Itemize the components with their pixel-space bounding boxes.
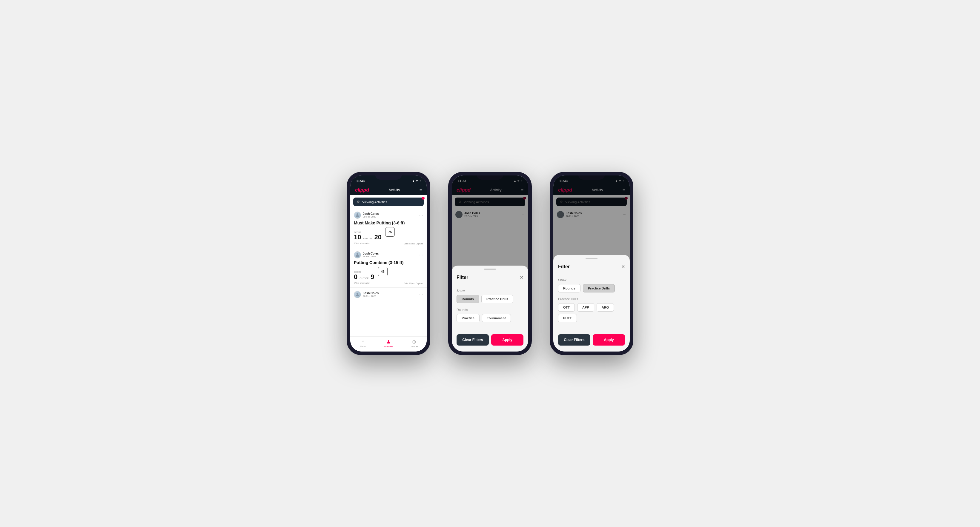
bottom-nav: ⌂ Home ♟ Activities ⊕ Capture: [350, 336, 427, 352]
practice-btn-ott[interactable]: OTT: [558, 303, 575, 311]
user-name: Josh Coles: [363, 292, 379, 295]
status-icons: ▲ ᯤ ▪️: [412, 179, 421, 183]
menu-icon[interactable]: ≡: [420, 188, 422, 192]
svg-point-0: [356, 213, 358, 215]
show-section-label: Show: [457, 289, 523, 292]
sheet-handle: [484, 268, 496, 270]
data-source: Data: Clippd Capture: [404, 243, 423, 245]
nav-icon-home: ⌂: [361, 339, 364, 344]
practice-btn-putt[interactable]: PUTT: [558, 314, 577, 322]
nav-item-home[interactable]: ⌂ Home: [350, 339, 375, 348]
phone-1: 11:33 ▲ ᯤ ▪️ clippd Activity ≡ ⚙ Viewing…: [347, 172, 430, 355]
header-title: Activity: [388, 188, 400, 192]
data-source: Data: Clippd Capture: [404, 282, 423, 284]
show-filter-buttons: RoundsPractice Drills: [457, 295, 523, 303]
phone-screen: 11:33 ▲ ᯤ ▪️ clippd Activity ≡ ⚙ Viewing…: [553, 175, 630, 352]
avatar: [354, 291, 361, 298]
sheet-header: Filter ✕: [553, 262, 630, 273]
phone-2: 11:33 ▲ ᯤ ▪️ clippd Activity ≡ ⚙ Viewing…: [448, 172, 532, 355]
score-label: Score: [354, 271, 374, 273]
sheet-header: Filter ✕: [452, 272, 528, 284]
filter-title: Filter: [457, 275, 468, 280]
activity-card: Josh Coles 28 Feb 2023 ··· Putting Combi…: [350, 248, 427, 288]
svg-point-2: [356, 293, 358, 295]
rounds-btn-practice[interactable]: Practice: [457, 314, 480, 322]
user-info: Josh Coles 28 Feb 2023: [354, 291, 379, 298]
rounds-filter-buttons: PracticeTournament: [457, 314, 523, 322]
nav-label-capture: Capture: [410, 345, 418, 348]
sheet-body: ShowRoundsPractice DrillsPractice Drills…: [553, 273, 630, 332]
nav-icon-capture: ⊕: [412, 339, 416, 344]
sheet-actions: Clear Filters Apply: [452, 334, 528, 346]
apply-button[interactable]: Apply: [593, 334, 625, 346]
clear-filters-button[interactable]: Clear Filters: [558, 334, 590, 346]
apply-button[interactable]: Apply: [491, 334, 523, 346]
user-date: 28 Feb 2023: [363, 295, 379, 297]
svg-point-1: [356, 253, 358, 255]
nav-item-activities[interactable]: ♟ Activities: [375, 339, 401, 348]
close-button[interactable]: ✕: [621, 264, 625, 270]
app-header: clippd Activity ≡: [350, 185, 427, 195]
show-btn-rounds[interactable]: Rounds: [558, 284, 581, 292]
activity-card: Josh Coles 28 Feb 2023 ··· Must Make Put…: [350, 209, 427, 248]
filter-sheet: Filter ✕ ShowRoundsPractice DrillsPracti…: [553, 255, 630, 352]
rounds-btn-tournament[interactable]: Tournament: [482, 314, 511, 322]
phone-screen: 11:33 ▲ ᯤ ▪️ clippd Activity ≡ ⚙ Viewing…: [452, 175, 528, 352]
test-info[interactable]: ℹ Test Information: [354, 282, 370, 284]
nav-label-home: Home: [360, 345, 366, 348]
activity-title: Putting Combine (3-15 ft): [354, 260, 423, 265]
nav-icon-activities: ♟: [387, 339, 391, 344]
out-of-label: OUT OF: [360, 277, 369, 279]
avatar-image: [354, 252, 361, 258]
more-options-icon[interactable]: ···: [419, 253, 423, 257]
filter-title: Filter: [558, 264, 570, 270]
more-options-icon[interactable]: ···: [419, 292, 423, 297]
avatar-image: [354, 291, 361, 298]
rounds-section-label: Rounds: [457, 308, 523, 311]
shot-quality-badge: 75: [385, 227, 395, 237]
user-date: 28 Feb 2023: [363, 216, 379, 218]
shot-quality-value: 75: [388, 230, 392, 234]
shot-quality-badge: 45: [378, 267, 388, 276]
avatar: [354, 211, 361, 219]
filter-icon: ⚙: [357, 200, 360, 204]
shot-quality-value: 45: [381, 270, 384, 273]
clear-filters-button[interactable]: Clear Filters: [457, 334, 489, 346]
logo: clippd: [355, 187, 369, 193]
show-btn-rounds[interactable]: Rounds: [457, 295, 479, 303]
phone-screen: 11:33 ▲ ᯤ ▪️ clippd Activity ≡ ⚙ Viewing…: [350, 175, 427, 352]
score-label: Score: [354, 231, 382, 233]
show-section-label: Show: [558, 278, 625, 282]
show-btn-practice-drills[interactable]: Practice Drills: [583, 284, 615, 292]
avatar-image: [354, 212, 361, 218]
signal-icon: ▲: [412, 179, 415, 183]
viewing-activities-label: Viewing Activities: [362, 200, 387, 204]
battery-icon: ▪️: [420, 179, 421, 183]
user-info: Josh Coles 28 Feb 2023: [354, 251, 379, 259]
status-time: 11:33: [356, 179, 364, 183]
test-info[interactable]: ℹ Test Information: [354, 242, 370, 245]
practice-drills-filter-buttons: OTTAPPARGPUTT: [558, 303, 625, 322]
notch: [375, 172, 402, 179]
close-button[interactable]: ✕: [520, 275, 523, 280]
shots-value: 20: [374, 233, 382, 241]
sheet-handle: [585, 258, 598, 259]
practice-drills-section-label: Practice Drills: [558, 297, 625, 301]
show-btn-practice-drills[interactable]: Practice Drills: [481, 295, 513, 303]
more-options-icon[interactable]: ···: [419, 213, 423, 217]
avatar: [354, 251, 361, 259]
activity-title: Must Make Putting (3-6 ft): [354, 221, 423, 225]
viewing-activities-bar[interactable]: ⚙ Viewing Activities: [353, 198, 424, 206]
user-date: 28 Feb 2023: [363, 255, 379, 258]
practice-btn-arg[interactable]: ARG: [597, 303, 614, 311]
activity-card-partial: Josh Coles 28 Feb 2023 ···: [350, 288, 427, 303]
show-filter-buttons: RoundsPractice Drills: [558, 284, 625, 292]
out-of-label: OUT OF: [363, 237, 372, 240]
practice-btn-app[interactable]: APP: [577, 303, 594, 311]
scene: 11:33 ▲ ᯤ ▪️ clippd Activity ≡ ⚙ Viewing…: [329, 154, 651, 373]
wifi-icon: ᯤ: [416, 179, 418, 183]
nav-item-capture[interactable]: ⊕ Capture: [401, 339, 427, 348]
shots-value: 9: [371, 273, 374, 281]
sheet-actions: Clear Filters Apply: [553, 334, 630, 346]
nav-label-activities: Activities: [384, 345, 393, 348]
